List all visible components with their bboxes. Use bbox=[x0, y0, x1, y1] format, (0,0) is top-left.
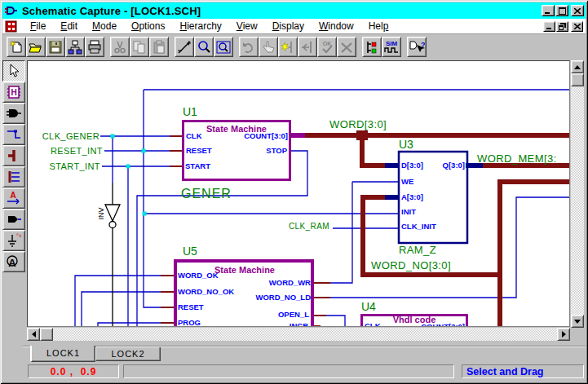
title-bar[interactable]: Schematic Capture - [LOCK1.SCH] bbox=[2, 2, 586, 19]
pin-u5-prog: PROG bbox=[178, 318, 201, 326]
tab-lock1[interactable]: LOCK1 bbox=[30, 346, 95, 362]
tool-draw-wire[interactable] bbox=[2, 124, 25, 145]
vertical-scrollbar[interactable] bbox=[571, 60, 584, 328]
minimize-button[interactable] bbox=[542, 5, 555, 16]
scroll-down-button[interactable] bbox=[571, 315, 584, 328]
app-icon bbox=[5, 5, 18, 17]
tool-net-label[interactable]: A bbox=[2, 188, 25, 209]
ref-u4: U4 bbox=[361, 300, 376, 313]
zoom-scale-button[interactable] bbox=[175, 37, 194, 57]
vertical-scroll-thumb[interactable] bbox=[571, 73, 584, 86]
scroll-left-button[interactable] bbox=[27, 328, 40, 341]
save-floppy-icon bbox=[48, 40, 63, 55]
svg-text:H: H bbox=[11, 88, 16, 97]
mdi-minimize-button[interactable] bbox=[543, 21, 555, 32]
open-button[interactable] bbox=[26, 37, 46, 57]
pin-u4-count: COUNT[3:0] bbox=[421, 322, 465, 326]
open-folder-icon bbox=[29, 40, 43, 55]
schematic-drawing: CLK_GENER RESET_INT START_INT CLK_RAM WO… bbox=[28, 61, 569, 326]
tool-select[interactable] bbox=[2, 60, 25, 82]
pin-u5-word-no-ld: WORD_NO_LD bbox=[255, 293, 311, 302]
horizontal-scroll-thumb[interactable] bbox=[40, 328, 53, 341]
pointing-hand-icon bbox=[261, 40, 276, 55]
maximize-button[interactable] bbox=[555, 5, 568, 16]
scroll-right-button[interactable] bbox=[557, 328, 570, 341]
pin-u5-word-ok: WORD_OK bbox=[178, 271, 219, 280]
hierarchy-chip-icon: H bbox=[6, 84, 22, 100]
menu-item-hierarchy[interactable]: Hierarchy bbox=[172, 19, 228, 33]
label-inv: INV bbox=[97, 207, 105, 219]
mdi-close-icon bbox=[574, 24, 581, 29]
mdi-minimize-icon bbox=[546, 24, 553, 29]
arrow-down-icon bbox=[574, 320, 581, 324]
svg-text:A: A bbox=[8, 257, 16, 269]
part-init-button[interactable] bbox=[278, 37, 298, 57]
main-toolbar: OK SIM bbox=[2, 35, 586, 60]
menu-item-window[interactable]: Window bbox=[312, 19, 361, 33]
zoom-in-button[interactable] bbox=[194, 37, 214, 57]
tool-power-ground[interactable]: °+ bbox=[2, 230, 25, 251]
ok-button[interactable]: OK bbox=[317, 37, 337, 57]
copy-button[interactable] bbox=[130, 37, 149, 57]
save-button[interactable] bbox=[46, 37, 65, 57]
new-button[interactable] bbox=[7, 37, 26, 57]
tool-bus-entry[interactable] bbox=[2, 166, 25, 188]
wire-net[interactable] bbox=[75, 90, 569, 326]
menu-item-edit[interactable]: Edit bbox=[53, 19, 85, 33]
svg-text:SIM: SIM bbox=[386, 40, 398, 47]
print-button[interactable] bbox=[85, 37, 104, 57]
schematic-canvas[interactable]: CLK_GENER RESET_INT START_INT CLK_RAM WO… bbox=[27, 60, 570, 327]
caption-ram-z: RAM_Z bbox=[399, 244, 436, 256]
paste-button[interactable] bbox=[149, 37, 169, 57]
scroll-up-button[interactable] bbox=[571, 60, 584, 73]
menu-item-mode[interactable]: Mode bbox=[85, 19, 124, 33]
menu-item-display[interactable]: Display bbox=[265, 19, 312, 33]
menu-item-view[interactable]: View bbox=[229, 19, 265, 33]
netlist-check-button[interactable] bbox=[362, 37, 382, 57]
printer-icon bbox=[87, 40, 102, 55]
pin-u3-a: A[3:0] bbox=[401, 192, 423, 201]
tool-place-part[interactable] bbox=[2, 103, 25, 124]
pin-u3-clk-init: CLK_INIT bbox=[401, 222, 436, 231]
type-u5: State Machine bbox=[214, 265, 275, 275]
window-title: Schematic Capture - [LOCK1.SCH] bbox=[22, 5, 201, 17]
bus-junction bbox=[356, 130, 368, 140]
arrow-right-icon bbox=[562, 331, 566, 338]
caption-gener: GENER bbox=[181, 187, 232, 201]
arrow-up-icon bbox=[574, 65, 581, 69]
pin-u5-reset: RESET bbox=[178, 302, 204, 311]
svg-text:A: A bbox=[10, 191, 15, 200]
cut-button[interactable] bbox=[110, 37, 130, 57]
end-connection-button[interactable] bbox=[298, 37, 317, 57]
tool-port[interactable] bbox=[2, 209, 25, 230]
mdi-restore-button[interactable] bbox=[556, 21, 568, 32]
cancel-button[interactable] bbox=[337, 37, 356, 57]
simulate-button[interactable]: SIM bbox=[382, 37, 401, 57]
tab-lock2[interactable]: LOCK2 bbox=[95, 347, 161, 361]
hierarchy-navigator-button[interactable] bbox=[65, 37, 85, 57]
zoom-window-button[interactable] bbox=[214, 37, 233, 57]
magnifier-icon bbox=[197, 40, 211, 55]
pin-u1-stop: STOP bbox=[266, 146, 287, 155]
bus-label-word: WORD[3:0] bbox=[329, 118, 387, 130]
drag-hand-button[interactable] bbox=[259, 37, 278, 57]
menu-item-file[interactable]: File bbox=[23, 19, 53, 33]
inverter-symbol[interactable] bbox=[105, 183, 120, 326]
close-button[interactable] bbox=[571, 5, 584, 16]
scrollbar-corner bbox=[571, 328, 584, 341]
horizontal-scrollbar[interactable] bbox=[27, 328, 570, 341]
pin-u1-clk: CLK bbox=[186, 131, 202, 140]
document-system-icon[interactable] bbox=[5, 20, 18, 33]
menu-item-options[interactable]: Options bbox=[124, 19, 172, 33]
tool-draw-bus[interactable] bbox=[2, 145, 25, 166]
tool-text[interactable]: A bbox=[2, 251, 25, 272]
undo-button[interactable] bbox=[239, 37, 259, 57]
tool-hierarchy-block[interactable]: H bbox=[2, 82, 25, 103]
mdi-close-button[interactable] bbox=[571, 21, 583, 32]
probe-button[interactable]: ? bbox=[407, 37, 427, 57]
port-connector-icon bbox=[6, 211, 22, 227]
new-document-icon bbox=[9, 40, 24, 55]
menu-item-help[interactable]: Help bbox=[361, 19, 396, 33]
svg-text:?: ? bbox=[421, 41, 425, 49]
cancel-x-icon bbox=[339, 40, 354, 55]
